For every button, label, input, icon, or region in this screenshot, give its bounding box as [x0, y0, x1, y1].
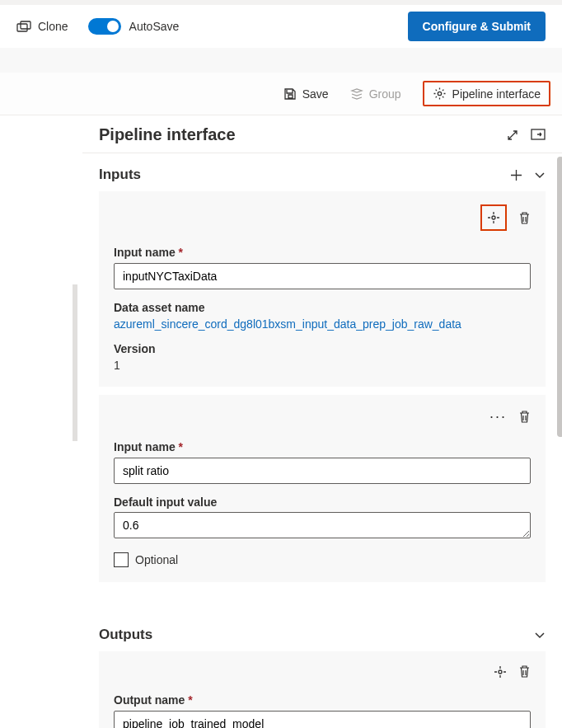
input-1-optional-row: Optional	[114, 552, 531, 567]
outputs-section-actions	[534, 631, 546, 639]
outputs-title: Outputs	[99, 627, 152, 643]
input-card-0: Input name * Data asset name azureml_sin…	[99, 191, 546, 387]
input-card-0-actions	[114, 204, 531, 231]
input-1-name-label: Input name *	[114, 440, 531, 453]
expand-icon[interactable]	[506, 129, 519, 142]
panel-header: Pipeline interface	[82, 115, 562, 153]
panel-title: Pipeline interface	[99, 125, 236, 144]
top-toolbar-left: Clone AutoSave	[16, 18, 179, 35]
group-icon	[350, 87, 363, 101]
outputs-section: Outputs Output name *	[82, 613, 562, 728]
output-card-0-actions	[114, 665, 531, 679]
svg-point-5	[499, 670, 502, 674]
input-card-1: ··· Input name * Default input value Opt…	[99, 395, 546, 582]
svg-point-4	[492, 216, 495, 219]
canvas-gutter	[0, 115, 82, 728]
delete-icon[interactable]	[518, 665, 531, 679]
output-0-name-field[interactable]	[114, 711, 531, 728]
gear-icon	[433, 87, 447, 101]
clone-icon	[16, 21, 31, 32]
delete-icon[interactable]	[518, 211, 531, 225]
separator-strip	[0, 48, 562, 73]
input-0-name-field[interactable]	[114, 263, 531, 289]
more-icon[interactable]: ···	[489, 408, 507, 425]
inputs-section-header: Inputs	[99, 167, 546, 183]
output-0-name-label: Output name *	[114, 693, 531, 707]
autosave-toggle[interactable]	[88, 18, 121, 35]
inputs-section-actions	[510, 169, 546, 181]
svg-rect-0	[17, 24, 27, 31]
input-1-name-field[interactable]	[114, 458, 531, 484]
action-bar: Save Group Pipeline interface	[0, 73, 562, 115]
outputs-section-header: Outputs	[99, 627, 546, 643]
top-toolbar: Clone AutoSave Configure & Submit	[0, 0, 562, 48]
add-input-icon[interactable]	[510, 169, 522, 181]
input-0-data-asset-link[interactable]: azureml_sincere_cord_dg8l01bxsm_input_da…	[114, 317, 531, 331]
autosave-label: AutoSave	[129, 20, 180, 33]
inputs-title: Inputs	[99, 167, 141, 183]
input-1-default-label: Default input value	[114, 496, 531, 509]
output-card-0: Output name * Type	[99, 651, 546, 728]
clone-label: Clone	[38, 20, 68, 33]
panel-header-actions	[506, 129, 546, 142]
input-0-name-label: Input name *	[114, 246, 531, 259]
autosave-control: AutoSave	[88, 18, 180, 35]
locate-icon[interactable]	[494, 665, 507, 679]
pipeline-interface-panel: Pipeline interface Inputs	[82, 115, 562, 728]
input-card-1-actions: ···	[114, 408, 531, 425]
input-0-data-asset-label: Data asset name	[114, 301, 531, 314]
svg-point-2	[438, 92, 441, 95]
clone-button[interactable]: Clone	[16, 20, 68, 33]
gutter-indicator	[73, 284, 77, 441]
save-label: Save	[302, 87, 329, 101]
main-content: Pipeline interface Inputs	[0, 115, 562, 728]
input-0-version-label: Version	[114, 342, 531, 355]
pipeline-interface-label: Pipeline interface	[452, 87, 541, 101]
inputs-section: Inputs	[82, 153, 562, 613]
locate-icon[interactable]	[480, 204, 507, 231]
scrollbar[interactable]	[557, 157, 562, 437]
input-1-default-field[interactable]	[114, 512, 531, 538]
pipeline-interface-action[interactable]: Pipeline interface	[423, 81, 550, 106]
group-label: Group	[369, 87, 401, 101]
save-icon	[283, 87, 297, 101]
configure-submit-button[interactable]: Configure & Submit	[408, 12, 546, 41]
input-0-version-value: 1	[114, 359, 531, 372]
save-action[interactable]: Save	[283, 87, 329, 101]
collapse-outputs-icon[interactable]	[534, 631, 546, 639]
collapse-inputs-icon[interactable]	[534, 171, 546, 179]
group-action: Group	[350, 87, 401, 101]
input-1-optional-label: Optional	[135, 553, 178, 566]
delete-icon[interactable]	[518, 410, 531, 424]
input-1-optional-checkbox[interactable]	[114, 552, 129, 567]
popout-icon[interactable]	[531, 129, 546, 142]
svg-rect-1	[21, 21, 30, 29]
